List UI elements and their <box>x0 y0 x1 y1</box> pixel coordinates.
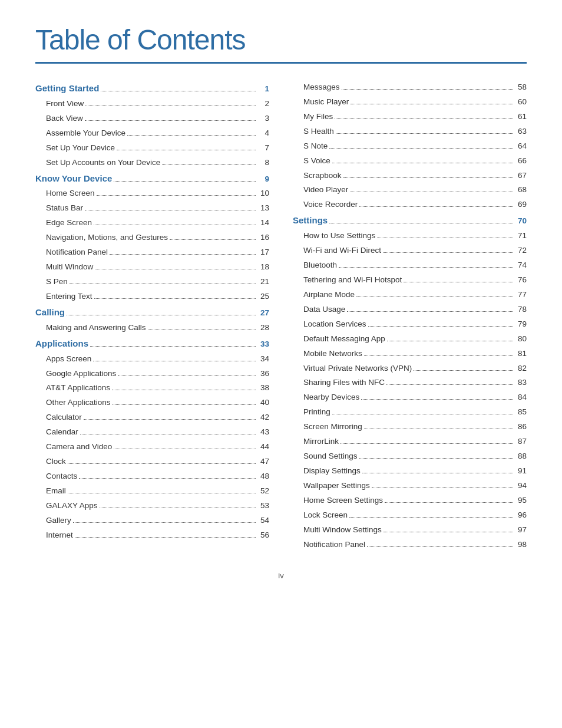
entry-page: 9 <box>257 173 269 186</box>
entry-label: Data Usage <box>293 304 345 316</box>
toc-entry: S Voice66 <box>293 155 527 167</box>
entry-page: 94 <box>515 480 527 492</box>
entry-label: Gallery <box>35 515 71 527</box>
toc-entry: Multi Window Settings97 <box>293 524 527 536</box>
entry-label: Mobile Networks <box>293 348 362 360</box>
entry-label: Display Settings <box>293 465 361 477</box>
entry-dots <box>170 239 256 240</box>
entry-dots <box>387 341 513 341</box>
entry-page: 77 <box>515 289 527 301</box>
toc-entry: Home Screen10 <box>35 187 269 200</box>
entry-dots <box>359 206 513 207</box>
entry-page: 86 <box>515 421 527 433</box>
entry-page: 74 <box>515 259 527 272</box>
entry-page: 28 <box>257 322 269 334</box>
page-title: Table of Contents <box>35 24 527 56</box>
toc-entry: Tethering and Wi-Fi Hotspot76 <box>293 274 527 286</box>
entry-dots <box>361 399 513 400</box>
entry-label: Google Applications <box>35 368 116 380</box>
toc-entry: Calendar43 <box>35 426 269 439</box>
entry-dots <box>84 419 256 420</box>
entry-dots <box>100 508 256 508</box>
entry-dots <box>97 195 256 196</box>
entry-dots <box>85 106 256 106</box>
entry-label: Home Screen Settings <box>293 495 383 507</box>
entry-page: 61 <box>515 111 527 123</box>
entry-label: Email <box>35 485 66 498</box>
entry-dots <box>350 192 513 192</box>
entry-page: 44 <box>257 441 269 453</box>
entry-dots <box>336 133 513 134</box>
entry-page: 63 <box>515 126 527 138</box>
toc-entry: Display Settings91 <box>293 465 527 477</box>
entry-page: 79 <box>515 318 527 331</box>
entry-dots <box>112 390 256 390</box>
entry-dots <box>364 429 513 429</box>
entry-label: Sound Settings <box>293 450 358 463</box>
toc-entry: Contacts48 <box>35 470 269 483</box>
entry-page: 52 <box>257 485 269 498</box>
toc-entry: Camera and Video44 <box>35 441 269 453</box>
entry-page: 36 <box>257 368 269 380</box>
entry-label: Notification Panel <box>293 539 365 551</box>
toc-entry: MirrorLink87 <box>293 436 527 448</box>
toc-entry: Airplane Mode77 <box>293 289 527 301</box>
entry-dots <box>85 210 256 210</box>
entry-label: Screen Mirroring <box>293 421 362 433</box>
entry-page: 47 <box>257 456 269 468</box>
entry-page: 80 <box>515 333 527 345</box>
entry-dots <box>404 282 513 282</box>
toc-entry: Entering Text25 <box>35 291 269 303</box>
entry-label: Multi Window Settings <box>293 524 382 536</box>
entry-label: Wi-Fi and Wi-Fi Direct <box>293 245 381 257</box>
entry-label: Airplane Mode <box>293 289 355 301</box>
entry-dots <box>67 315 256 315</box>
entry-label: Apps Screen <box>35 353 91 365</box>
toc-entry: Calling27 <box>35 305 269 319</box>
entry-label: Wallpaper Settings <box>293 480 370 492</box>
toc-entry: Making and Answering Calls28 <box>35 322 269 334</box>
entry-dots <box>329 223 513 223</box>
entry-page: 53 <box>257 500 269 512</box>
entry-page: 34 <box>257 353 269 365</box>
entry-label: AT&T Applications <box>35 382 110 394</box>
entry-label: Contacts <box>35 470 77 483</box>
entry-dots <box>117 150 256 150</box>
toc-entry: Status Bar13 <box>35 202 269 215</box>
entry-page: 18 <box>257 261 269 274</box>
entry-dots <box>148 330 256 330</box>
toc-entry: S Note64 <box>293 140 527 153</box>
toc-entry: Edge Screen14 <box>35 217 269 229</box>
entry-page: 48 <box>257 470 269 483</box>
entry-dots <box>73 522 256 523</box>
entry-label: Messages <box>293 81 340 94</box>
toc-entry: Bluetooth74 <box>293 259 527 272</box>
entry-page: 84 <box>515 391 527 404</box>
entry-dots <box>386 384 513 385</box>
entry-page: 33 <box>257 338 269 351</box>
entry-label: Sharing Files with NFC <box>293 377 385 389</box>
entry-dots <box>335 118 513 119</box>
entry-dots <box>70 284 256 284</box>
entry-label: Set Up Your Device <box>35 142 115 154</box>
entry-page: 66 <box>515 155 527 167</box>
entry-label: Virtual Private Networks (VPN) <box>293 363 412 375</box>
toc-entry: Home Screen Settings95 <box>293 495 527 507</box>
entry-page: 2 <box>257 98 269 110</box>
entry-label: Nearby Devices <box>293 391 359 404</box>
entry-label: Video Player <box>293 184 348 196</box>
entry-label: Applications <box>35 337 88 350</box>
toc-entry: Default Messaging App80 <box>293 333 527 345</box>
toc-entry: Music Player60 <box>293 96 527 108</box>
entry-dots <box>80 434 256 434</box>
entry-dots <box>384 532 513 532</box>
entry-label: Default Messaging App <box>293 333 385 345</box>
toc-entry: Screen Mirroring86 <box>293 421 527 433</box>
toc-entry: Assemble Your Device4 <box>35 127 269 140</box>
entry-dots <box>349 517 513 518</box>
entry-dots <box>93 361 256 361</box>
toc-entry: Applications33 <box>35 337 269 351</box>
toc-entry: S Health63 <box>293 126 527 138</box>
toc-entry: Internet56 <box>35 529 269 542</box>
entry-label: Scrapbook <box>293 170 342 182</box>
